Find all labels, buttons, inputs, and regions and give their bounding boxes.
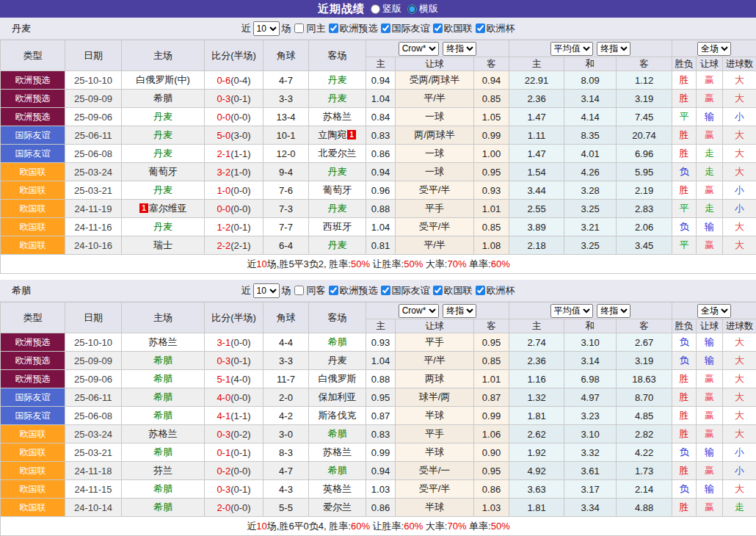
same-venue-checkbox[interactable] bbox=[294, 23, 304, 33]
league-filter-friendly[interactable]: 国际友谊 bbox=[380, 22, 430, 35]
result-handicap-cell: 赢 bbox=[697, 388, 723, 407]
euro-qual-checkbox[interactable] bbox=[329, 286, 338, 295]
fulltime-select[interactable]: 全场 bbox=[697, 42, 731, 56]
match-row: 国际友谊25-06-11希腊4-0(0-0)2-0保加利亚0.95球半/两0.8… bbox=[1, 388, 756, 407]
corner-cell: 5-5 bbox=[263, 499, 309, 517]
average-select[interactable]: 平均值 bbox=[550, 304, 593, 318]
away-team-cell: 丹麦 bbox=[309, 352, 366, 370]
odds-home-cell: 0.88 bbox=[366, 370, 396, 388]
team-label: 丹麦 bbox=[328, 239, 347, 250]
corner-cell: 7-3 bbox=[263, 200, 309, 218]
match-date-cell: 25-10-10 bbox=[65, 71, 122, 90]
result-handicap-cell: 赢 bbox=[697, 126, 723, 145]
result-wdl-cell: 胜 bbox=[672, 499, 697, 517]
corner-cell: 12-0 bbox=[263, 145, 309, 163]
team-label: 保加利亚 bbox=[319, 391, 357, 402]
odds-home-cell: 0.86 bbox=[366, 145, 396, 163]
league-type-cell: 欧国联 bbox=[1, 425, 65, 443]
euro-qual-checkbox[interactable] bbox=[329, 23, 338, 33]
odds-away-cell: 1.00 bbox=[474, 145, 509, 163]
league-filter-nations[interactable]: 欧国联 bbox=[432, 22, 473, 35]
avg-draw-cell: 8.35 bbox=[564, 126, 617, 145]
match-date-cell: 25-06-11 bbox=[65, 388, 122, 407]
horizontal-layout-radio[interactable] bbox=[407, 4, 417, 14]
home-team-cell: 芬兰 bbox=[122, 462, 205, 480]
same-venue-label: 同客 bbox=[307, 284, 326, 297]
avg-home-cell: 3.63 bbox=[509, 480, 564, 499]
halftime-score: (0-1) bbox=[230, 222, 250, 233]
final-index-select-2[interactable]: 终指 bbox=[597, 304, 630, 318]
corner-cell: 13-4 bbox=[263, 108, 309, 126]
bookmaker-select[interactable]: Crow* bbox=[399, 42, 439, 56]
nations-league-checkbox[interactable] bbox=[433, 23, 443, 33]
score-cell: 5-0(3-0) bbox=[205, 126, 263, 145]
league-filter-euro-qual[interactable]: 欧洲预选 bbox=[328, 22, 378, 35]
avg-home-cell: 2.36 bbox=[509, 352, 564, 370]
fulltime-score: 2-1 bbox=[217, 148, 230, 159]
summary-stat-value: 60% bbox=[351, 521, 370, 532]
col-avg-draw: 和 bbox=[564, 319, 617, 333]
layout-radio-horizontal-label[interactable]: 横版 bbox=[407, 2, 438, 15]
team-label: 希腊 bbox=[153, 483, 172, 494]
result-handicap-cell: 输 bbox=[697, 480, 723, 499]
final-index-select-2[interactable]: 终指 bbox=[597, 42, 630, 56]
result-wdl-cell: 胜 bbox=[672, 370, 697, 388]
avg-away-cell: 2.14 bbox=[617, 480, 672, 499]
match-date-cell: 24-11-19 bbox=[65, 200, 122, 218]
result-wdl-cell: 胜 bbox=[672, 407, 697, 425]
avg-home-cell: 2.36 bbox=[509, 90, 564, 108]
match-row: 欧国联24-11-18芬兰0-2(0-0)4-7希腊0.94受半/一0.954.… bbox=[1, 462, 756, 480]
score-cell: 0-3(0-1) bbox=[205, 352, 263, 370]
euro-cup-checkbox[interactable] bbox=[476, 23, 485, 33]
final-index-select[interactable]: 终指 bbox=[443, 304, 476, 318]
score-cell: 0-3(0-1) bbox=[205, 480, 263, 499]
recent-count-select[interactable]: 10 bbox=[253, 21, 280, 36]
avg-away-cell: 7.45 bbox=[617, 108, 672, 126]
euro-cup-checkbox[interactable] bbox=[476, 286, 485, 295]
corner-cell: 3-3 bbox=[263, 90, 309, 108]
same-venue-checkbox[interactable] bbox=[294, 286, 304, 295]
result-handicap-cell: 赢 bbox=[697, 499, 723, 517]
bookmaker-select[interactable]: Crow* bbox=[399, 304, 439, 318]
fulltime-select[interactable]: 全场 bbox=[697, 304, 731, 318]
match-row: 欧国联24-10-14希腊2-0(0-0)5-5爱尔兰0.86半球1.031.8… bbox=[1, 499, 756, 517]
fulltime-score: 1-2 bbox=[217, 222, 230, 233]
result-goals-cell: 大 bbox=[723, 333, 756, 352]
score-cell: 2-1(1-1) bbox=[205, 145, 263, 163]
result-goals-cell: 大 bbox=[723, 71, 756, 90]
avg-away-cell: 4.88 bbox=[617, 499, 672, 517]
odds-home-cell: 0.83 bbox=[366, 425, 396, 443]
home-team-cell: 1塞尔维亚 bbox=[122, 200, 205, 218]
team-label: 丹麦 bbox=[153, 129, 172, 140]
league-filter-nations[interactable]: 欧国联 bbox=[432, 284, 473, 297]
league-filter-friendly[interactable]: 国际友谊 bbox=[380, 284, 430, 297]
match-row: 欧国联24-11-15希腊0-3(0-1)4-3英格兰1.03受平/半0.863… bbox=[1, 480, 756, 499]
vertical-layout-radio[interactable] bbox=[371, 4, 380, 14]
avg-draw-cell: 3.25 bbox=[564, 200, 617, 218]
odds-home-cell: 0.87 bbox=[366, 407, 396, 425]
fulltime-score: 0-3 bbox=[217, 484, 230, 495]
col-score: 比分(半场) bbox=[205, 40, 263, 71]
league-filter-euro-qual[interactable]: 欧洲预选 bbox=[328, 284, 378, 297]
league-filter-eurocup[interactable]: 欧洲杯 bbox=[475, 22, 515, 35]
odds-handicap-cell: 受平/半 bbox=[396, 480, 474, 499]
result-handicap-cell: 输 bbox=[697, 443, 723, 462]
odds-away-cell: 1.06 bbox=[474, 425, 509, 443]
team-label: 斯洛伐克 bbox=[319, 410, 357, 421]
league-type-cell: 国际友谊 bbox=[1, 407, 65, 425]
recent-count-select[interactable]: 10 bbox=[253, 283, 280, 298]
match-date-cell: 25-03-24 bbox=[65, 163, 122, 181]
fulltime-score: 0-0 bbox=[217, 112, 230, 123]
avg-away-cell: 2.82 bbox=[617, 425, 672, 443]
friendly-checkbox[interactable] bbox=[381, 23, 390, 33]
layout-radio-vertical-label[interactable]: 竖版 bbox=[371, 2, 401, 15]
league-type-cell: 国际友谊 bbox=[1, 388, 65, 407]
league-filter-eurocup[interactable]: 欧洲杯 bbox=[475, 284, 515, 297]
team-label: 希腊 bbox=[153, 446, 172, 457]
final-index-select[interactable]: 终指 bbox=[443, 42, 476, 56]
average-select[interactable]: 平均值 bbox=[550, 42, 593, 56]
friendly-checkbox[interactable] bbox=[381, 286, 390, 295]
denmark-results-table: 类型 日期 主场 比分(半场) 角球 客场 Crow* 终指 平均值 终指 全场 bbox=[0, 40, 756, 274]
fulltime-score: 2-0 bbox=[217, 502, 230, 513]
nations-league-checkbox[interactable] bbox=[433, 286, 443, 295]
